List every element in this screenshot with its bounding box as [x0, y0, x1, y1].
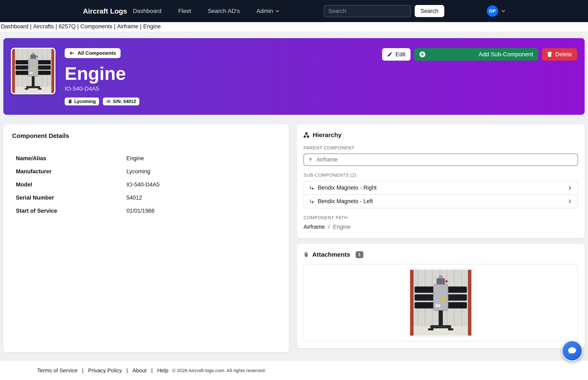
sitemap-icon [303, 132, 309, 138]
building-icon [68, 99, 72, 104]
path-current: Engine [333, 224, 351, 230]
top-navbar: Aircraft Logs Dashboard Fleet Search AD'… [0, 0, 588, 22]
nav-link-label: Admin [256, 8, 273, 14]
footer: Terms of Service | Privacy Policy | Abou… [0, 361, 588, 380]
chat-button[interactable] [562, 341, 583, 361]
detail-row: Model IO-540-D4A5 [12, 178, 280, 191]
sub-component-item[interactable]: Bendix Magneto - Right [303, 181, 578, 195]
parent-component-label: PARENT COMPONENT [303, 145, 578, 151]
component-hero: All Components Engine IO-540-D4A5 Lycomi… [3, 38, 585, 115]
delete-button[interactable]: Delete [542, 48, 577, 61]
footer-link-terms[interactable]: Terms of Service [37, 367, 78, 374]
detail-value: 54012 [126, 195, 276, 201]
footer-link-privacy[interactable]: Privacy Policy [88, 367, 122, 374]
nav-links: Dashboard Fleet Search AD's Admin [133, 8, 279, 14]
detail-value: IO-540-D4A5 [126, 181, 276, 188]
detail-label: Model [16, 181, 126, 188]
add-sub-component-label: Add Sub-Component [479, 51, 533, 58]
component-path: Airframe / Engine [303, 224, 578, 230]
user-menu[interactable]: OP [487, 5, 505, 17]
component-path-label: COMPONENT PATH [303, 215, 578, 220]
path-separator: / [328, 224, 330, 230]
detail-label: Manufacturer [16, 168, 126, 175]
paperclip-icon [303, 252, 309, 258]
all-components-label: All Components [78, 50, 116, 56]
nav-link-label: Fleet [178, 8, 191, 14]
breadcrumb-separator: | [30, 23, 31, 30]
breadcrumb-item[interactable]: Airframe [117, 23, 138, 30]
sub-components-list: Bendix Magneto - Right Bendix Magneto - … [303, 181, 578, 208]
nav-link-fleet[interactable]: Fleet [178, 8, 191, 14]
edit-button[interactable]: Edit [382, 48, 411, 61]
component-title: Engine [65, 64, 139, 84]
chevron-down-icon [275, 10, 279, 12]
component-badges: Lycoming S/N: 54012 [65, 97, 139, 105]
breadcrumb-item-current: Engine [143, 23, 161, 30]
path-parent-link[interactable]: Airframe [303, 224, 325, 230]
arrow-return-right-icon [309, 185, 314, 190]
hero-actions: Edit Add Sub-Component Delete [382, 48, 577, 61]
search-button[interactable]: Search [415, 5, 444, 17]
chevron-right-icon [567, 199, 572, 204]
footer-link-help[interactable]: Help [157, 367, 168, 374]
sub-component-item[interactable]: Bendix Magneto - Left [303, 195, 578, 208]
brand-link[interactable]: Aircraft Logs [83, 7, 127, 15]
attachment-thumbnail[interactable] [409, 268, 473, 337]
navbar-search: Search [324, 5, 444, 17]
footer-link-about[interactable]: About [132, 367, 147, 374]
arrow-left-icon [69, 50, 75, 56]
add-sub-component-button[interactable]: Add Sub-Component [414, 48, 538, 61]
breadcrumb-item[interactable]: Aircrafts [33, 23, 54, 30]
detail-label: Name/Alias [16, 155, 126, 162]
breadcrumb-item[interactable]: Dashboard [1, 23, 28, 30]
parent-component-name: Airframe [316, 156, 338, 163]
all-components-button[interactable]: All Components [65, 48, 121, 58]
detail-value: 01/01/1966 [126, 208, 276, 214]
search-input[interactable] [324, 5, 411, 17]
nav-link-label: Dashboard [133, 8, 161, 14]
arrow-return-right-icon [309, 199, 314, 204]
trash-icon [547, 52, 552, 57]
manufacturer-badge: Lycoming [65, 97, 99, 105]
breadcrumb-separator: | [114, 23, 115, 30]
breadcrumb-item[interactable]: Components [80, 23, 112, 30]
component-thumbnail [11, 48, 56, 94]
navbar-container: Aircraft Logs Dashboard Fleet Search AD'… [83, 0, 505, 22]
attachments-card: Attachments 1 [297, 244, 585, 348]
parent-component-button[interactable]: Airframe [303, 153, 578, 166]
footer-separator: | [82, 367, 84, 374]
breadcrumb: Dashboard|Aircrafts|6257Q|Components|Air… [0, 22, 588, 31]
detail-value: Engine [126, 155, 276, 162]
detail-row: Name/Alias Engine [12, 152, 280, 165]
component-model: IO-540-D4A5 [65, 85, 139, 92]
breadcrumb-separator: | [77, 23, 79, 30]
breadcrumb-item[interactable]: 6257Q [59, 23, 76, 30]
attachments-area [303, 264, 578, 342]
hierarchy-card: Hierarchy PARENT COMPONENT Airframe SUB-… [297, 124, 585, 238]
chevron-right-icon [567, 186, 572, 190]
delete-button-label: Delete [555, 51, 572, 58]
sub-components-label: SUB-COMPONENTS (2) [303, 172, 578, 178]
edit-button-label: Edit [396, 51, 405, 58]
attachments-count-badge: 1 [356, 251, 363, 258]
attachments-title: Attachments 1 [303, 251, 578, 258]
engine-photo [12, 49, 54, 93]
detail-label: Serial Number [16, 195, 126, 201]
right-column: Hierarchy PARENT COMPONENT Airframe SUB-… [297, 124, 585, 348]
manufacturer-badge-label: Lycoming [74, 99, 96, 104]
barcode-icon [106, 99, 111, 104]
nav-link-dashboard[interactable]: Dashboard [133, 8, 161, 14]
footer-separator: | [126, 367, 128, 374]
footer-copyright: © 2026 Aircraft-logs.com. All rights res… [172, 368, 266, 373]
hierarchy-title-label: Hierarchy [313, 132, 341, 138]
breadcrumb-separator: | [140, 23, 141, 30]
sub-component-name: Bendix Magneto - Left [318, 198, 373, 205]
detail-row: Serial Number 54012 [12, 191, 280, 204]
nav-link-search-ads[interactable]: Search AD's [208, 8, 240, 14]
arrow-up-icon [308, 157, 313, 162]
nav-link-admin[interactable]: Admin [256, 8, 279, 14]
sub-component-name: Bendix Magneto - Right [318, 185, 377, 191]
nav-link-label: Search AD's [208, 8, 240, 14]
footer-separator: | [151, 367, 153, 374]
avatar[interactable]: OP [487, 5, 498, 17]
